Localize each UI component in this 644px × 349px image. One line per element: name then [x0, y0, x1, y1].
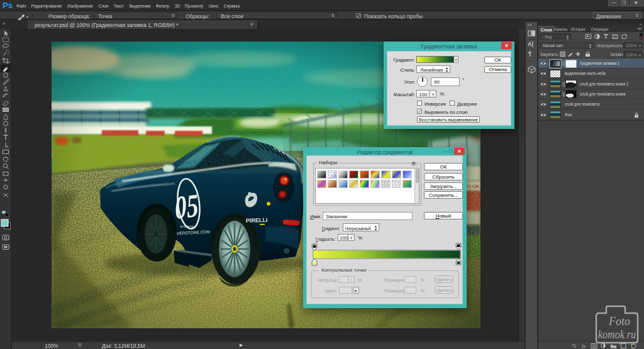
svg-text:fx.: fx.: [582, 343, 587, 349]
svg-text:komok.ru: komok.ru: [598, 328, 636, 341]
svg-text:Foto: Foto: [608, 314, 630, 328]
